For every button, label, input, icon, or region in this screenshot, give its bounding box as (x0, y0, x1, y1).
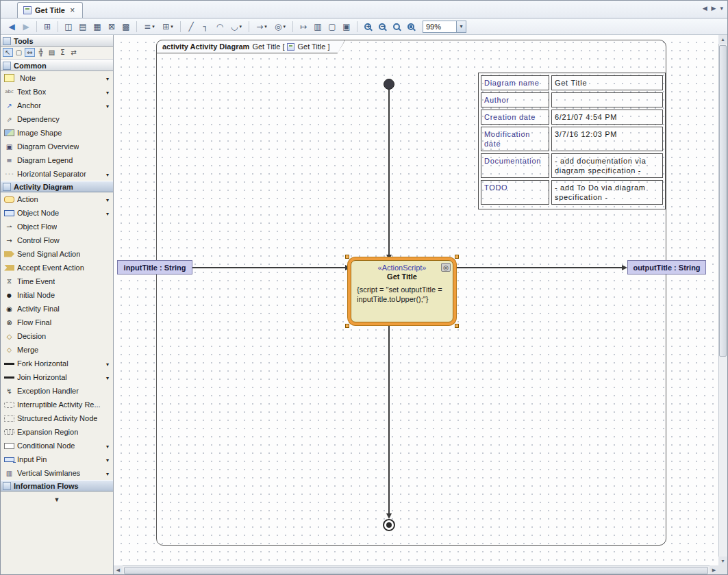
align-shapes-button[interactable] (140, 20, 158, 34)
palette-item[interactable]: Conditional Node (1, 439, 113, 452)
summary-tool-icon[interactable] (58, 48, 68, 57)
zoom-in-button[interactable] (361, 20, 375, 34)
vertical-scroll-thumb[interactable] (719, 45, 727, 357)
palette-item[interactable]: Expansion Region (1, 425, 113, 439)
dropdown-arrow-icon[interactable] (106, 359, 109, 368)
paste-button[interactable] (76, 20, 90, 34)
palette-item[interactable]: Flow Final (1, 316, 113, 329)
palette-item[interactable]: Accept Event Action (1, 261, 113, 274)
palette-item[interactable]: Interruptible Activity Re... (1, 398, 113, 411)
insert-shape-button[interactable] (159, 20, 177, 34)
rounded-path-button[interactable] (227, 20, 245, 34)
align-tool-icon[interactable] (47, 48, 57, 57)
selection-handle[interactable] (345, 255, 349, 259)
palette-item[interactable]: Exception Handler (1, 384, 113, 398)
layers-button[interactable] (119, 20, 133, 34)
palette-item[interactable]: Object Node (1, 206, 113, 220)
dropdown-arrow-icon[interactable] (106, 101, 109, 110)
frame-label[interactable]: activity Activity Diagram Get Title [ Ge… (156, 40, 346, 53)
action-get-title[interactable]: «ActionScript» Get Title {script = "set … (351, 260, 453, 322)
palette-item[interactable]: Time Event (1, 274, 113, 288)
anchor-button[interactable] (271, 20, 289, 34)
oblique-path-button[interactable] (184, 20, 198, 34)
palette-item[interactable]: Text Box (1, 85, 113, 99)
selection-handle[interactable] (455, 255, 459, 259)
palette-item[interactable]: Dependency (1, 112, 113, 126)
swimlane-button[interactable] (297, 20, 310, 34)
palette-item[interactable]: Activity Final (1, 302, 113, 316)
diagram-canvas[interactable]: activity Activity Diagram Get Title [ Ge… (114, 35, 718, 565)
dropdown-arrow-icon[interactable] (106, 195, 109, 203)
palette-item[interactable]: Control Flow (1, 233, 113, 247)
palette-section-information-flows[interactable]: Information Flows (1, 480, 113, 491)
tab-list-menu-icon[interactable] (720, 5, 723, 12)
object-flow-input-edge[interactable] (192, 267, 346, 268)
clone-button[interactable] (90, 20, 104, 34)
horizontal-scrollbar[interactable] (114, 565, 718, 574)
dependency-button[interactable] (253, 20, 271, 34)
palette-scroll-down-button[interactable] (54, 494, 60, 504)
palette-section-activity-diagram[interactable]: Activity Diagram (1, 181, 113, 192)
horizontal-scroll-thumb[interactable] (124, 567, 708, 574)
input-parameter-node[interactable]: inputTitle : String (117, 260, 192, 274)
scroll-up-icon[interactable] (718, 35, 727, 44)
vertical-scrollbar[interactable] (718, 35, 727, 565)
curved-path-button[interactable] (213, 20, 227, 34)
palette-item[interactable]: Horizontal Separator (1, 167, 113, 181)
palette-section-common[interactable]: Common (1, 60, 113, 71)
zoom-selection-button[interactable] (404, 20, 418, 34)
activity-final-node[interactable] (383, 519, 395, 531)
diagram-info-table[interactable]: Diagram name Get Title Author Creation d… (478, 73, 666, 209)
marquee-tool-icon[interactable] (14, 48, 24, 57)
chevron-down-icon[interactable] (456, 21, 466, 32)
zoom-combobox[interactable]: 99% (423, 21, 466, 33)
zoom-fit-button[interactable] (390, 20, 403, 34)
palette-item[interactable]: Decision (1, 329, 113, 343)
scroll-down-icon[interactable] (718, 557, 727, 565)
fill-toggle-button[interactable] (340, 20, 353, 34)
palette-item[interactable]: Initial Node (1, 288, 113, 302)
dropdown-arrow-icon[interactable] (106, 442, 109, 450)
rectilinear-path-button[interactable] (199, 20, 212, 34)
palette-item[interactable]: Action (1, 192, 113, 206)
palette-item[interactable]: Diagram Overview (1, 140, 113, 153)
control-flow-action-to-final[interactable] (388, 322, 390, 513)
back-button[interactable] (5, 20, 18, 34)
selection-handle[interactable] (345, 324, 349, 328)
palette-item[interactable]: Note (1, 71, 113, 85)
palette-item[interactable]: Vertical Swimlanes (1, 466, 113, 480)
tab-scroll-right-icon[interactable] (712, 5, 716, 12)
dropdown-arrow-icon[interactable] (106, 469, 109, 477)
containment-tree-button[interactable] (40, 20, 54, 34)
palette-item[interactable]: Fork Horizontal (1, 357, 113, 370)
selection-handle[interactable] (455, 324, 459, 328)
initial-node[interactable] (384, 79, 394, 90)
dropdown-arrow-icon[interactable] (106, 373, 109, 381)
palette-item[interactable]: Structured Activity Node (1, 411, 113, 425)
palette-item[interactable]: Join Horizontal (1, 370, 113, 384)
palette-item[interactable]: Image Shape (1, 126, 113, 140)
palette-item[interactable]: Input Pin (1, 452, 113, 466)
crosshair-tool-icon[interactable] (36, 48, 46, 57)
output-parameter-node[interactable]: outputTitle : String (627, 260, 706, 274)
dropdown-arrow-icon[interactable] (106, 170, 109, 178)
copy-button[interactable] (62, 20, 75, 34)
delete-button[interactable] (105, 20, 118, 34)
forward-button[interactable] (19, 20, 33, 34)
object-flow-output-edge[interactable] (453, 267, 622, 268)
palette-item[interactable]: Diagram Legend (1, 153, 113, 167)
scroll-left-icon[interactable] (114, 565, 123, 574)
tab-close-icon[interactable] (68, 6, 77, 14)
palette-item[interactable]: Object Flow (1, 220, 113, 233)
select-tool-icon[interactable] (3, 48, 13, 57)
palette-item[interactable]: Anchor (1, 99, 113, 112)
palette-item[interactable]: Send Signal Action (1, 247, 113, 261)
zoom-out-button[interactable] (375, 20, 389, 34)
frame-toggle-button[interactable] (325, 20, 339, 34)
tab-scroll-left-icon[interactable] (703, 5, 707, 12)
control-flow-initial-to-action[interactable] (388, 90, 390, 255)
palette-item[interactable]: Merge (1, 343, 113, 357)
dropdown-arrow-icon[interactable] (106, 209, 109, 217)
grid-toggle-button[interactable] (311, 20, 325, 34)
scroll-right-icon[interactable] (710, 565, 718, 574)
